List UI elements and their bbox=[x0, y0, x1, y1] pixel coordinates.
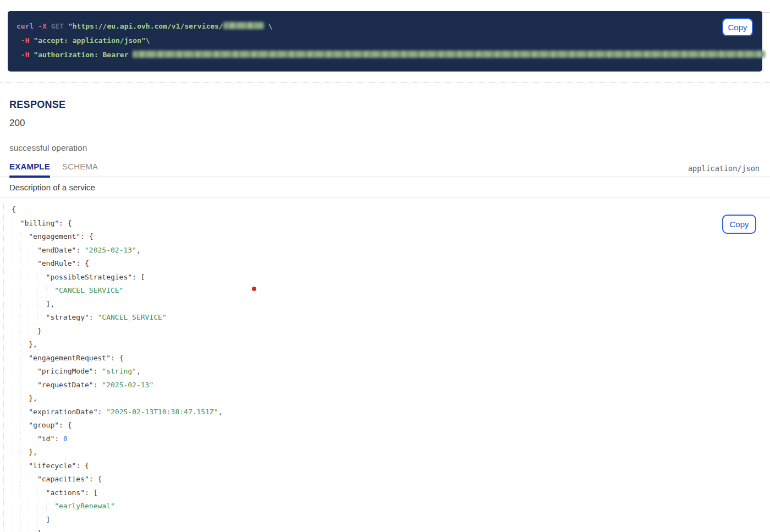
tab-schema[interactable]: SCHEMA bbox=[62, 162, 98, 177]
status-code: 200 bbox=[9, 118, 761, 129]
curl-request-block: curl -X GET "https://eu.api.ovh.com/v1/s… bbox=[8, 11, 762, 72]
redacted-bearer-token bbox=[133, 51, 765, 58]
active-tab-underline bbox=[9, 175, 50, 178]
response-example-code: { "billing": { "engagement": { "endDate"… bbox=[3, 203, 770, 532]
redacted-service-id bbox=[223, 22, 264, 29]
response-tabs: EXAMPLE SCHEMA application/json bbox=[0, 162, 770, 177]
tab-example[interactable]: EXAMPLE bbox=[9, 162, 50, 177]
cursor-red-dot bbox=[252, 287, 256, 291]
response-heading: RESPONSE bbox=[9, 99, 761, 111]
response-example-section: { "billing": { "engagement": { "endDate"… bbox=[0, 203, 770, 532]
status-text: successful operation bbox=[9, 143, 761, 153]
content-type-label: application/json bbox=[688, 164, 760, 177]
copy-curl-button[interactable]: Copy bbox=[722, 18, 753, 36]
copy-response-button[interactable]: Copy bbox=[722, 215, 756, 234]
dotted-separator bbox=[0, 82, 770, 83]
curl-code: curl -X GET "https://eu.api.ovh.com/v1/s… bbox=[16, 19, 762, 62]
api-console-page: curl -X GET "https://eu.api.ovh.com/v1/s… bbox=[0, 11, 770, 532]
response-description: Description of a service bbox=[0, 177, 770, 198]
